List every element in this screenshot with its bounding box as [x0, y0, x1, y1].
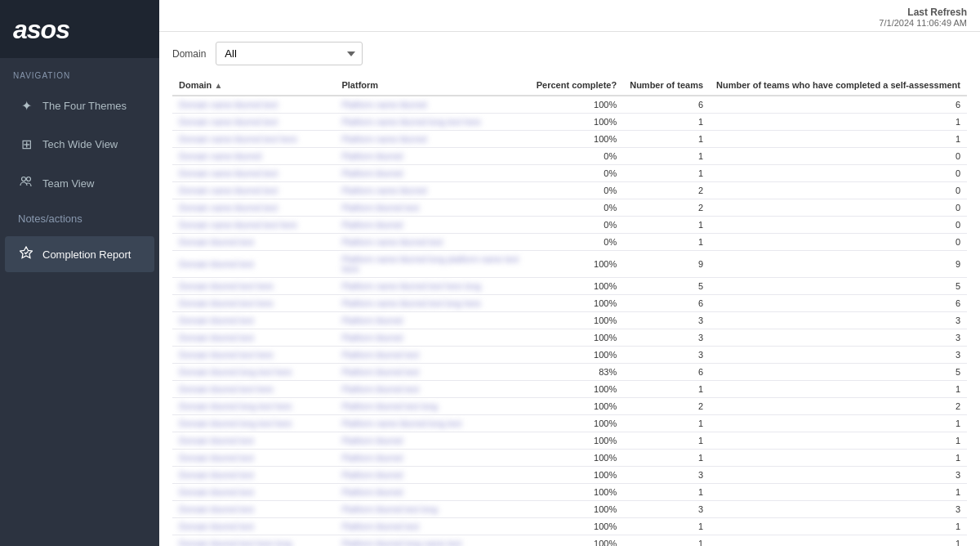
- cell-teams: 9: [623, 251, 710, 278]
- cell-platform: Platform blurred: [335, 165, 529, 182]
- cell-self-assessment: 1: [710, 535, 967, 547]
- cell-teams: 1: [623, 415, 710, 432]
- cell-platform: Platform name blurred text long here: [335, 295, 529, 312]
- last-refresh-label: Last Refresh: [879, 7, 967, 18]
- cell-self-assessment: 1: [710, 415, 967, 432]
- cell-percent: 100%: [530, 484, 623, 501]
- cell-domain: Domain blurred text here: [172, 347, 335, 364]
- cell-platform: Platform name blurred: [335, 96, 529, 114]
- cell-teams: 1: [623, 131, 710, 148]
- table-row: Domain blurred textPlatform name blurred…: [172, 251, 967, 278]
- cell-self-assessment: 1: [710, 432, 967, 450]
- cell-percent: 100%: [530, 398, 623, 415]
- table-row: Domain name blurred text herePlatform na…: [172, 131, 967, 148]
- cell-percent: 100%: [530, 312, 623, 329]
- cell-self-assessment: 0: [710, 217, 967, 234]
- cell-domain: Domain blurred text here long: [172, 535, 335, 547]
- cell-teams: 6: [623, 96, 710, 114]
- cell-percent: 0%: [530, 234, 623, 251]
- cell-platform: Platform name blurred: [335, 182, 529, 199]
- cell-percent: 100%: [530, 467, 623, 484]
- team-view-icon: [18, 175, 34, 191]
- cell-teams: 6: [623, 364, 710, 381]
- top-bar: Last Refresh 7/1/2024 11:06:49 AM: [159, 0, 980, 32]
- cell-platform: Platform blurred: [335, 148, 529, 165]
- table-body: Domain name blurred textPlatform name bl…: [172, 96, 967, 546]
- col-header-percent: Percent complete?: [530, 75, 623, 96]
- table-row: Domain name blurred textPlatform blurred…: [172, 199, 967, 217]
- cell-platform: Platform blurred text long: [335, 501, 529, 518]
- cell-teams: 1: [623, 450, 710, 467]
- table-row: Domain blurred long text herePlatform bl…: [172, 364, 967, 381]
- cell-self-assessment: 9: [710, 251, 967, 278]
- cell-percent: 100%: [530, 114, 623, 131]
- cell-teams: 3: [623, 347, 710, 364]
- cell-platform: Platform name blurred text here long: [335, 278, 529, 295]
- cell-self-assessment: 1: [710, 484, 967, 501]
- cell-domain: Domain name blurred text here: [172, 217, 335, 234]
- completion-report-icon: [18, 246, 34, 262]
- cell-teams: 3: [623, 501, 710, 518]
- cell-domain: Domain name blurred: [172, 148, 335, 165]
- cell-domain: Domain blurred text: [172, 467, 335, 484]
- sidebar: asos NAVIGATION ✦ The Four Themes ⊞ Tech…: [0, 0, 159, 546]
- table-row: Domain blurred textPlatform name blurred…: [172, 234, 967, 251]
- sidebar-item-completion-report[interactable]: Completion Report: [5, 236, 154, 272]
- table-row: Domain blurred long text herePlatform bl…: [172, 398, 967, 415]
- cell-domain: Domain blurred text: [172, 329, 335, 347]
- cell-self-assessment: 6: [710, 96, 967, 114]
- cell-platform: Platform blurred: [335, 329, 529, 347]
- cell-teams: 1: [623, 114, 710, 131]
- cell-self-assessment: 0: [710, 234, 967, 251]
- table-row: Domain blurred textPlatform blurred text…: [172, 501, 967, 518]
- table-row: Domain blurred textPlatform blurred100%3…: [172, 329, 967, 347]
- cell-domain: Domain blurred long text here: [172, 364, 335, 381]
- cell-platform: Platform blurred: [335, 467, 529, 484]
- table-row: Domain blurred long text herePlatform na…: [172, 415, 967, 432]
- cell-self-assessment: 3: [710, 347, 967, 364]
- asos-logo: asos: [13, 15, 146, 45]
- cell-platform: Platform blurred text: [335, 199, 529, 217]
- cell-percent: 100%: [530, 251, 623, 278]
- sidebar-item-label: Team View: [42, 177, 94, 190]
- cell-percent: 100%: [530, 347, 623, 364]
- cell-domain: Domain blurred text: [172, 450, 335, 467]
- cell-platform: Platform blurred: [335, 484, 529, 501]
- sort-arrow-icon[interactable]: ▲: [214, 81, 222, 90]
- sidebar-item-four-themes[interactable]: ✦ The Four Themes: [5, 88, 154, 123]
- cell-platform: Platform blurred long name text: [335, 535, 529, 547]
- cell-platform: Platform blurred text: [335, 381, 529, 398]
- cell-teams: 2: [623, 199, 710, 217]
- cell-domain: Domain blurred text: [172, 234, 335, 251]
- domain-select[interactable]: All: [216, 42, 363, 65]
- cell-percent: 0%: [530, 165, 623, 182]
- cell-teams: 1: [623, 148, 710, 165]
- cell-self-assessment: 5: [710, 278, 967, 295]
- cell-platform: Platform blurred text long: [335, 398, 529, 415]
- cell-domain: Domain blurred text: [172, 432, 335, 450]
- cell-platform: Platform blurred text: [335, 518, 529, 535]
- sidebar-item-team-view[interactable]: Team View: [5, 165, 154, 201]
- cell-platform: Platform blurred: [335, 450, 529, 467]
- cell-platform: Platform blurred: [335, 217, 529, 234]
- table-row: Domain name blurred textPlatform name bl…: [172, 182, 967, 199]
- cell-platform: Platform name blurred text: [335, 234, 529, 251]
- sidebar-item-label: Notes/actions: [18, 213, 82, 225]
- cell-domain: Domain name blurred text: [172, 114, 335, 131]
- sidebar-item-tech-wide-view[interactable]: ⊞ Tech Wide View: [5, 127, 154, 162]
- cell-domain: Domain name blurred text: [172, 199, 335, 217]
- cell-percent: 100%: [530, 96, 623, 114]
- cell-platform: Platform name blurred: [335, 131, 529, 148]
- cell-domain: Domain name blurred text: [172, 182, 335, 199]
- cell-self-assessment: 1: [710, 450, 967, 467]
- cell-percent: 100%: [530, 415, 623, 432]
- cell-self-assessment: 1: [710, 131, 967, 148]
- cell-teams: 2: [623, 182, 710, 199]
- cell-percent: 100%: [530, 295, 623, 312]
- table-header-row: Domain ▲ Platform Percent complete? Numb…: [172, 75, 967, 96]
- sidebar-item-notes-actions[interactable]: Notes/actions: [5, 204, 154, 233]
- cell-domain: Domain name blurred text: [172, 96, 335, 114]
- table-row: Domain blurred textPlatform blurred100%1…: [172, 432, 967, 450]
- cell-domain: Domain blurred text: [172, 518, 335, 535]
- cell-percent: 100%: [530, 535, 623, 547]
